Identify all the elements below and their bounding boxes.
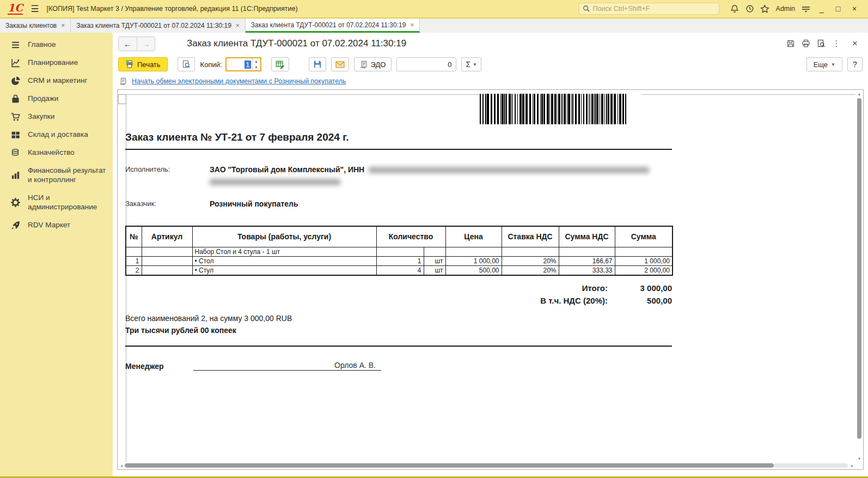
goods-table: № Артикул Товары (работы, услуги) Количе… bbox=[125, 226, 673, 276]
notifications-bell-icon[interactable] bbox=[727, 2, 742, 15]
edo-button[interactable]: ЭДО bbox=[354, 57, 392, 71]
bar-chart-icon bbox=[11, 171, 20, 180]
menu-icon bbox=[11, 40, 20, 50]
executor-row: Исполнитель: ЗАО "Торговый дом Комплексн… bbox=[125, 164, 672, 187]
customer-row: Заказчик: Розничный покупатель bbox=[125, 198, 672, 210]
vertical-scrollbar[interactable]: ▲ ▼ bbox=[856, 90, 863, 462]
more-menu-icon[interactable]: ⋮ bbox=[829, 37, 844, 50]
copies-spinner[interactable]: 1 ▲ ▼ bbox=[225, 57, 261, 71]
sidebar-item-financial-result[interactable]: Финансовый результат и контроллинг bbox=[0, 162, 113, 189]
copies-value[interactable]: 1 bbox=[244, 60, 250, 69]
history-icon[interactable] bbox=[742, 2, 757, 15]
table-header-row: № Артикул Товары (работы, услуги) Количе… bbox=[126, 226, 673, 247]
start-edo-exchange-link[interactable]: Начать обмен электронными документами с … bbox=[132, 77, 346, 85]
print-icon[interactable] bbox=[798, 37, 814, 50]
floppy-icon bbox=[313, 60, 322, 69]
sum-dropdown-button[interactable]: Σ ▼ bbox=[461, 57, 481, 71]
scroll-down-icon[interactable]: ▼ bbox=[858, 455, 861, 462]
cart-icon bbox=[11, 112, 20, 122]
sidebar-item-planning[interactable]: Планирование bbox=[0, 54, 113, 72]
edit-spreadsheet-button[interactable] bbox=[271, 57, 289, 71]
save-icon[interactable] bbox=[783, 37, 798, 50]
maximize-button[interactable]: □ bbox=[830, 4, 846, 13]
sigma-icon: Σ bbox=[466, 60, 470, 69]
tab-customer-order-2-active[interactable]: Заказ клиента ТДУТ-000021 от 07.02.2024 … bbox=[246, 19, 420, 33]
print-button[interactable]: Печать bbox=[118, 57, 168, 71]
tab-customer-orders-list[interactable]: Заказы клиентов × bbox=[0, 19, 71, 33]
back-button[interactable]: ← bbox=[119, 37, 137, 51]
forward-button[interactable]: → bbox=[137, 37, 155, 51]
chevron-down-icon: ▼ bbox=[473, 62, 477, 67]
save-file-button[interactable] bbox=[309, 57, 326, 71]
counter-field[interactable]: 0 bbox=[396, 57, 456, 71]
redacted-text bbox=[210, 179, 340, 185]
pie-chart-icon bbox=[11, 76, 20, 86]
signature-row: Менеджер Орлов А. В. bbox=[125, 361, 672, 371]
section-sidebar: Главное Планирование CRM и маркетинг Про… bbox=[0, 33, 113, 476]
vat-total-row: В т.ч. НДС (20%): 500,00 bbox=[125, 296, 672, 305]
close-form-icon[interactable]: × bbox=[847, 37, 863, 50]
current-user[interactable]: Admin bbox=[776, 5, 795, 13]
vertical-scroll-thumb[interactable] bbox=[857, 98, 861, 439]
gear-icon bbox=[11, 198, 20, 207]
global-search[interactable] bbox=[579, 3, 719, 15]
more-actions-button[interactable]: Еще ▼ bbox=[806, 57, 842, 71]
help-button[interactable]: ? bbox=[847, 57, 863, 71]
spinner-down-icon[interactable]: ▼ bbox=[253, 64, 260, 70]
sidebar-item-warehouse-delivery[interactable]: Склад и доставка bbox=[0, 126, 113, 144]
title-bar: 1С ☰ [КОПИЯ] Test Маркет 3 / Управление … bbox=[0, 0, 868, 17]
application-window: 1С ☰ [КОПИЯ] Test Маркет 3 / Управление … bbox=[0, 0, 868, 478]
edo-document-icon bbox=[360, 60, 368, 69]
coins-icon bbox=[11, 148, 20, 158]
document-title: Заказ клиента № УТ-21 от 7 февраля 2024 … bbox=[125, 131, 672, 143]
sidebar-item-rdv-market[interactable]: RDV Маркет bbox=[0, 216, 113, 234]
send-email-button[interactable] bbox=[331, 57, 349, 71]
sidebar-item-sales[interactable]: Продажи bbox=[0, 90, 113, 108]
sidebar-item-treasury[interactable]: Казначейство bbox=[0, 144, 113, 162]
window-title: [КОПИЯ] Test Маркет 3 / Управление торго… bbox=[47, 5, 298, 13]
print-preview-button[interactable] bbox=[178, 57, 195, 71]
table-row: 2 • Стул 4 шт 500,00 20% 333,33 2 000,00 bbox=[126, 265, 673, 275]
printer-icon bbox=[125, 60, 134, 69]
scroll-right-icon[interactable]: ► bbox=[849, 464, 855, 468]
scroll-left-icon[interactable]: ◄ bbox=[118, 464, 125, 468]
tab-close-icon[interactable]: × bbox=[236, 22, 240, 29]
tab-close-icon[interactable]: × bbox=[410, 21, 414, 29]
divider bbox=[125, 346, 672, 347]
tab-close-icon[interactable]: × bbox=[61, 22, 65, 29]
preview-icon[interactable] bbox=[814, 37, 829, 50]
amount-in-words: Три тысячи рублей 00 копеек bbox=[125, 326, 672, 335]
sidebar-item-purchasing[interactable]: Закупки bbox=[0, 108, 113, 126]
edo-exchange-icon bbox=[119, 77, 127, 86]
barcode bbox=[480, 94, 641, 124]
sidebar-item-nsi-administration[interactable]: НСИ и администрирование bbox=[0, 189, 113, 216]
preview-icon bbox=[182, 60, 191, 69]
order-print-form: Заказ клиента № УТ-21 от 7 февраля 2024 … bbox=[125, 131, 672, 371]
close-window-button[interactable]: × bbox=[846, 4, 863, 13]
tab-customer-order-1[interactable]: Заказ клиента ТДУТ-000021 от 07.02.2024 … bbox=[71, 19, 246, 33]
horizontal-scroll-thumb[interactable] bbox=[125, 463, 774, 468]
search-icon bbox=[583, 5, 590, 13]
items-summary: Всего наименований 2, на сумму 3 000,00 … bbox=[125, 314, 672, 323]
scroll-up-icon[interactable]: ▲ bbox=[858, 90, 861, 97]
main-menu-icon[interactable]: ☰ bbox=[30, 3, 39, 15]
redacted-text bbox=[369, 167, 649, 173]
minimize-button[interactable]: _ bbox=[814, 4, 830, 13]
spinner-up-icon[interactable]: ▲ bbox=[253, 58, 260, 64]
planning-chart-icon bbox=[11, 58, 20, 68]
sidebar-item-crm-marketing[interactable]: CRM и маркетинг bbox=[0, 72, 113, 90]
main-panel: ← → Заказ клиента ТДУТ-000021 от 07.02.2… bbox=[113, 33, 868, 476]
customer-value: Розничный покупатель bbox=[210, 198, 298, 210]
table-row: 1 • Стол 1 шт 1 000,00 20% 166,67 1 000,… bbox=[126, 256, 673, 265]
favorites-star-icon[interactable] bbox=[757, 2, 773, 15]
table-group-row: Набор Стол и 4 стула - 1 шт bbox=[126, 247, 673, 256]
service-menu-icon[interactable] bbox=[798, 2, 814, 15]
signature-line: Орлов А. В. bbox=[193, 361, 381, 371]
horizontal-scrollbar[interactable]: ◄ ► bbox=[118, 462, 855, 469]
sidebar-item-main[interactable]: Главное bbox=[0, 36, 113, 54]
table-edit-icon bbox=[276, 60, 285, 69]
search-input[interactable] bbox=[593, 5, 716, 13]
executor-value: ЗАО "Торговый дом Комплексный", ИНН bbox=[210, 165, 364, 174]
page-title: Заказ клиента ТДУТ-000021 от 07.02.2024 … bbox=[187, 38, 406, 49]
1c-logo: 1С bbox=[8, 3, 23, 15]
